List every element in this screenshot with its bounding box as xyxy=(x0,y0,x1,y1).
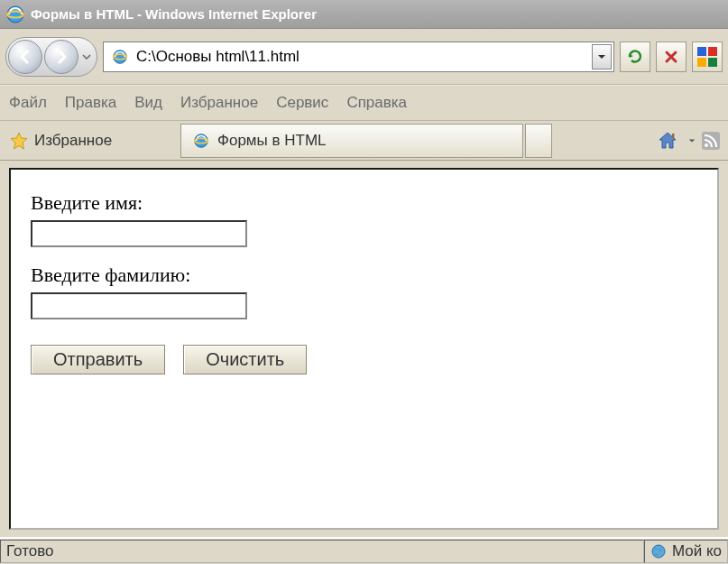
status-text: Готово xyxy=(0,540,644,563)
menu-favorites[interactable]: Избранное xyxy=(180,94,258,112)
status-bar: Готово Мой ко xyxy=(0,537,728,564)
tab-title: Формы в HTML xyxy=(217,132,327,150)
surname-input[interactable] xyxy=(31,292,247,319)
favorites-bar: Избранное Формы в HTML xyxy=(0,121,728,161)
page-icon xyxy=(111,48,129,66)
favorites-label: Избранное xyxy=(34,132,112,150)
forward-button[interactable] xyxy=(44,40,78,74)
home-button[interactable] xyxy=(652,128,683,153)
browser-window: Формы в HTML - Windows Internet Explorer xyxy=(0,0,728,564)
home-dropdown-icon[interactable] xyxy=(688,137,696,144)
submit-button[interactable]: Отправить xyxy=(31,345,165,374)
svg-rect-10 xyxy=(672,134,675,138)
svg-point-13 xyxy=(652,545,665,558)
menu-tools[interactable]: Сервис xyxy=(276,94,328,112)
name-input[interactable] xyxy=(31,220,247,247)
address-dropdown-button[interactable] xyxy=(592,44,612,69)
page-body: Введите имя: Введите фамилию: Отправить … xyxy=(9,168,719,530)
titlebar: Формы в HTML - Windows Internet Explorer xyxy=(0,0,728,29)
nav-button-group xyxy=(5,37,97,77)
menu-bar: Файл Правка Вид Избранное Сервис Справка xyxy=(0,85,728,121)
menu-file[interactable]: Файл xyxy=(9,94,47,112)
menu-help[interactable]: Справка xyxy=(346,94,407,112)
nav-history-dropdown[interactable] xyxy=(78,52,95,61)
content-area: Введите имя: Введите фамилию: Отправить … xyxy=(0,161,728,537)
current-tab[interactable]: Формы в HTML xyxy=(180,124,523,158)
svg-rect-5 xyxy=(708,47,717,56)
menu-view[interactable]: Вид xyxy=(134,94,162,112)
back-button[interactable] xyxy=(8,40,42,74)
navigation-toolbar xyxy=(0,29,728,85)
address-bar xyxy=(103,42,614,72)
svg-point-12 xyxy=(705,143,708,147)
globe-icon xyxy=(650,543,667,559)
new-tab-button[interactable] xyxy=(525,124,552,158)
feeds-icon[interactable] xyxy=(701,131,721,151)
name-label: Введите имя: xyxy=(31,191,697,215)
svg-rect-6 xyxy=(697,58,706,67)
ie-icon xyxy=(5,5,25,24)
surname-label: Введите фамилию: xyxy=(31,264,697,287)
stop-button[interactable] xyxy=(656,42,687,72)
reset-button[interactable]: Очистить xyxy=(183,345,307,374)
star-icon xyxy=(9,131,29,151)
address-input[interactable] xyxy=(134,47,592,67)
favorites-button[interactable]: Избранное xyxy=(0,131,180,151)
search-button[interactable] xyxy=(692,42,723,72)
zone-label: Мой ко xyxy=(672,542,722,560)
window-title: Формы в HTML - Windows Internet Explorer xyxy=(31,6,317,22)
svg-rect-7 xyxy=(708,58,717,67)
status-zone: Мой ко xyxy=(644,540,728,563)
refresh-button[interactable] xyxy=(620,42,650,72)
tab-icon xyxy=(192,132,210,150)
svg-rect-4 xyxy=(697,47,706,56)
menu-edit[interactable]: Правка xyxy=(65,94,116,112)
